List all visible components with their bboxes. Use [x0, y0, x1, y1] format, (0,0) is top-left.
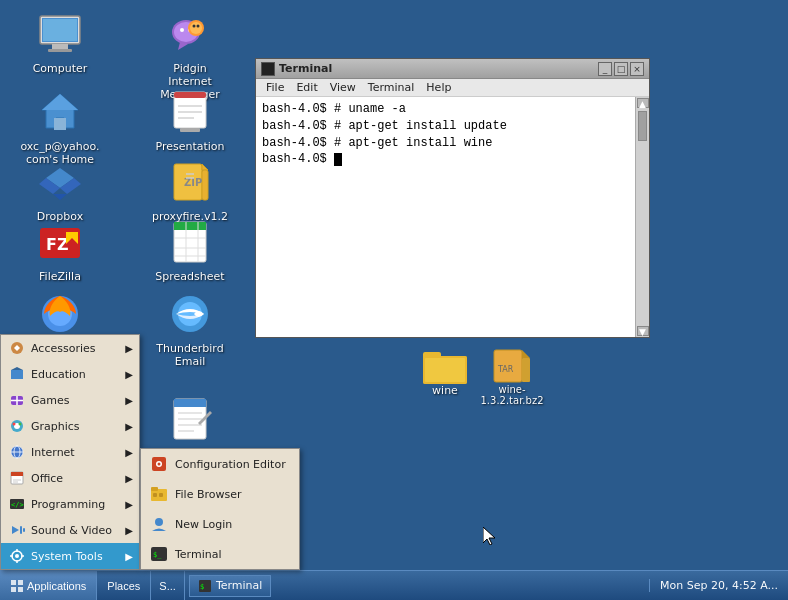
accessories-label: Accessories: [31, 342, 95, 355]
education-icon: [9, 366, 25, 382]
app-menu-item-games[interactable]: Games ▶: [1, 387, 139, 413]
svg-rect-108: [11, 587, 16, 592]
svg-text:</>: </>: [11, 501, 24, 509]
svg-rect-64: [425, 358, 465, 382]
apps-icon: [10, 579, 24, 593]
taskbar-task-area: $ Terminal: [185, 575, 649, 597]
computer-icon: [36, 10, 84, 58]
sound-video-icon: [9, 522, 25, 538]
terminal-line-2: bash-4.0$ # apt-get install update: [262, 118, 629, 135]
desktop-icon-presentation[interactable]: Presentation: [150, 88, 230, 153]
svg-text:$_: $_: [153, 551, 162, 559]
svg-rect-3: [48, 49, 72, 52]
terminal-close-button[interactable]: ×: [630, 62, 644, 76]
taskbar-task-terminal[interactable]: $ Terminal: [189, 575, 272, 597]
system-tools-icon: [9, 548, 25, 564]
programming-icon: </>: [9, 496, 25, 512]
svg-rect-50: [174, 399, 206, 407]
svg-rect-35: [174, 222, 206, 230]
spreadsheet-icon: [166, 218, 214, 266]
app-menu-item-system-tools[interactable]: System Tools ▶: [1, 543, 139, 569]
svg-point-7: [180, 28, 184, 32]
terminal-line-4: bash-4.0$: [262, 151, 629, 168]
submenu-item-config-editor[interactable]: Configuration Editor: [141, 449, 299, 479]
internet-arrow: ▶: [125, 447, 133, 458]
app-menu-item-graphics[interactable]: Graphics ▶: [1, 413, 139, 439]
programming-arrow: ▶: [125, 499, 133, 510]
desktop-icon-filezilla[interactable]: FZ FileZilla: [20, 218, 100, 283]
terminal-maximize-button[interactable]: □: [614, 62, 628, 76]
filezilla-icon-label: FileZilla: [39, 270, 81, 283]
svg-rect-69: [11, 370, 23, 379]
applications-button[interactable]: Applications: [0, 571, 97, 600]
system-label: S...: [159, 580, 176, 592]
svg-point-103: [155, 518, 163, 526]
terminal-titlebar: Terminal _ □ ×: [256, 59, 649, 79]
places-button[interactable]: Places: [97, 571, 151, 600]
task-terminal-label: Terminal: [216, 579, 263, 592]
applications-label: Applications: [27, 580, 86, 592]
education-label: Education: [31, 368, 86, 381]
desktop-icon-computer[interactable]: Computer: [20, 10, 100, 75]
desktop-icon-spreadsheet[interactable]: Spreadsheet: [150, 218, 230, 283]
terminal-scrollbar[interactable]: ▲ ▼: [635, 97, 649, 337]
office-icon: [9, 470, 25, 486]
submenu-item-new-login[interactable]: New Login: [141, 509, 299, 539]
scrollbar-thumb[interactable]: [638, 111, 647, 141]
svg-text:$: $: [200, 583, 204, 591]
app-menu-item-internet[interactable]: Internet ▶: [1, 439, 139, 465]
terminal-menu-edit[interactable]: Edit: [290, 80, 323, 95]
internet-label: Internet: [31, 446, 75, 459]
svg-rect-66: [522, 358, 530, 382]
file-browser-label: File Browser: [175, 488, 241, 501]
svg-point-91: [15, 554, 19, 558]
task-terminal-icon: $: [198, 579, 212, 593]
system-tools-arrow: ▶: [125, 551, 133, 562]
terminal-menu-terminal[interactable]: Terminal: [362, 80, 421, 95]
svg-rect-14: [54, 118, 66, 130]
svg-marker-70: [11, 367, 23, 370]
submenu-item-terminal[interactable]: $_ Terminal: [141, 539, 299, 569]
app-menu-item-programming[interactable]: </> Programming ▶: [1, 491, 139, 517]
config-editor-label: Configuration Editor: [175, 458, 286, 471]
submenu-item-file-browser[interactable]: File Browser: [141, 479, 299, 509]
terminal-window: Terminal _ □ × File Edit View Terminal H…: [255, 58, 650, 338]
terminal-minimize-button[interactable]: _: [598, 62, 612, 76]
desktop-icon-dropbox[interactable]: Dropbox: [20, 158, 100, 223]
app-menu-item-education[interactable]: Education ▶: [1, 361, 139, 387]
terminal-content[interactable]: bash-4.0$ # uname -a bash-4.0$ # apt-get…: [256, 97, 649, 337]
wine-folder-icon[interactable]: wine: [415, 348, 475, 397]
terminal-menu-help[interactable]: Help: [420, 80, 457, 95]
wine-tar-icon[interactable]: TAR wine-1.3.2.tar.bz2: [472, 348, 552, 406]
games-label: Games: [31, 394, 69, 407]
svg-point-11: [193, 25, 196, 28]
app-menu-item-sound-video[interactable]: Sound & Video ▶: [1, 517, 139, 543]
system-tools-submenu: Configuration Editor File Browser New Lo…: [140, 448, 300, 570]
app-menu: Accessories ▶ Education ▶ Games ▶ Graphi…: [0, 334, 140, 570]
config-editor-icon: [149, 454, 169, 474]
computer-icon-label: Computer: [33, 62, 88, 75]
svg-rect-109: [18, 587, 23, 592]
programming-label: Programming: [31, 498, 105, 511]
app-menu-item-accessories[interactable]: Accessories ▶: [1, 335, 139, 361]
office-label: Office: [31, 472, 63, 485]
desktop-icon-home[interactable]: oxc_p@yahoo.com's Home: [20, 88, 100, 166]
svg-rect-101: [153, 493, 157, 497]
terminal-menu-view[interactable]: View: [324, 80, 362, 95]
svg-marker-15: [42, 94, 78, 110]
graphics-label: Graphics: [31, 420, 80, 433]
terminal-menu-file[interactable]: File: [260, 80, 290, 95]
terminal-text[interactable]: bash-4.0$ # uname -a bash-4.0$ # apt-get…: [256, 97, 635, 337]
system-button[interactable]: S...: [151, 571, 185, 600]
svg-rect-100: [151, 487, 158, 491]
app-menu-item-office[interactable]: Office ▶: [1, 465, 139, 491]
dropbox-icon: [36, 158, 84, 206]
svg-marker-26: [53, 194, 67, 200]
desktop-icon-thunderbird[interactable]: Thunderbird Email: [150, 290, 230, 368]
home-icon: [36, 88, 84, 136]
taskbar-clock: Mon Sep 20, 4:52 A...: [649, 579, 788, 592]
svg-point-10: [190, 22, 202, 34]
graphics-arrow: ▶: [125, 421, 133, 432]
svg-rect-88: [20, 526, 22, 534]
svg-text:TAR: TAR: [497, 365, 514, 374]
